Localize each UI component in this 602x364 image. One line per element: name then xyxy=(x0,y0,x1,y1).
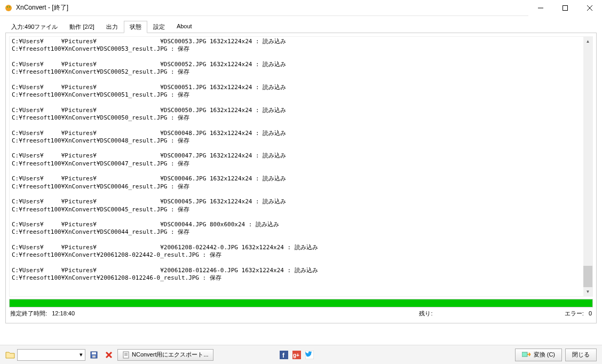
svg-rect-8 xyxy=(92,352,96,354)
scroll-up-icon[interactable]: ▲ xyxy=(583,37,592,46)
google-plus-icon[interactable]: g+ xyxy=(292,351,301,359)
status-row: 推定終了時間: 12:18:40 残り: エラー: 0 xyxy=(9,307,593,320)
close-label: 閉じる xyxy=(572,351,590,359)
bottom-toolbar: ▾ NConvert用にエクスポート... f g+ 変換 (C) 閉じる xyxy=(0,345,602,364)
eta-value: 12:18:40 xyxy=(52,310,75,316)
twitter-icon[interactable] xyxy=(305,351,314,359)
errors-label: エラー: xyxy=(565,310,584,316)
svg-text:g+: g+ xyxy=(293,352,299,358)
titlebar: XnConvert - [終了] xyxy=(0,0,602,16)
tab-action[interactable]: 動作 [2/2] xyxy=(64,21,100,33)
scroll-thumb[interactable] xyxy=(583,266,592,287)
save-icon[interactable] xyxy=(88,349,100,361)
svg-rect-21 xyxy=(522,352,527,357)
tab-input[interactable]: 入力:490ファイル xyxy=(5,21,64,33)
export-label: NConvert用にエクスポート... xyxy=(132,351,209,359)
progress-bar xyxy=(9,299,593,307)
convert-button[interactable]: 変換 (C) xyxy=(515,349,562,361)
tab-settings[interactable]: 設定 xyxy=(147,21,171,33)
scrollbar[interactable]: ▲ ▼ xyxy=(583,37,592,296)
eta-label: 推定終了時間: xyxy=(10,310,47,316)
tab-bar: 入力:490ファイル 動作 [2/2] 出力 状態 設定 About xyxy=(5,20,597,33)
folder-icon[interactable] xyxy=(5,351,15,359)
export-button[interactable]: NConvert用にエクスポート... xyxy=(117,349,213,361)
delete-icon[interactable] xyxy=(102,349,115,361)
svg-rect-4 xyxy=(563,6,568,11)
svg-point-2 xyxy=(9,6,10,7)
remaining-label: 残り: xyxy=(419,310,432,316)
scroll-down-icon[interactable]: ▼ xyxy=(583,287,592,296)
close-bottom-button[interactable]: 閉じる xyxy=(565,349,597,361)
window-title: XnConvert - [終了] xyxy=(16,3,528,12)
close-button[interactable] xyxy=(577,0,602,16)
app-icon xyxy=(4,4,13,12)
preset-dropdown[interactable]: ▾ xyxy=(17,349,85,361)
maximize-button[interactable] xyxy=(553,0,577,16)
facebook-icon[interactable]: f xyxy=(280,351,288,359)
chevron-down-icon: ▾ xyxy=(80,351,83,358)
errors-value: 0 xyxy=(589,310,592,316)
log-area: C:¥Users¥xxxxx¥Pictures¥xxxxxxxxxxxxxxxx… xyxy=(9,36,593,297)
tab-status[interactable]: 状態 xyxy=(124,21,147,33)
svg-rect-12 xyxy=(123,352,129,358)
svg-point-1 xyxy=(7,6,8,7)
svg-point-0 xyxy=(5,5,12,11)
minimize-button[interactable] xyxy=(528,0,553,16)
tab-about[interactable]: About xyxy=(171,21,198,33)
log-text[interactable]: C:¥Users¥xxxxx¥Pictures¥xxxxxxxxxxxxxxxx… xyxy=(10,37,592,296)
convert-label: 変換 (C) xyxy=(534,351,555,359)
document-icon xyxy=(122,351,130,359)
svg-rect-9 xyxy=(92,355,96,358)
tab-output[interactable]: 出力 xyxy=(100,21,124,33)
convert-icon xyxy=(522,351,530,359)
